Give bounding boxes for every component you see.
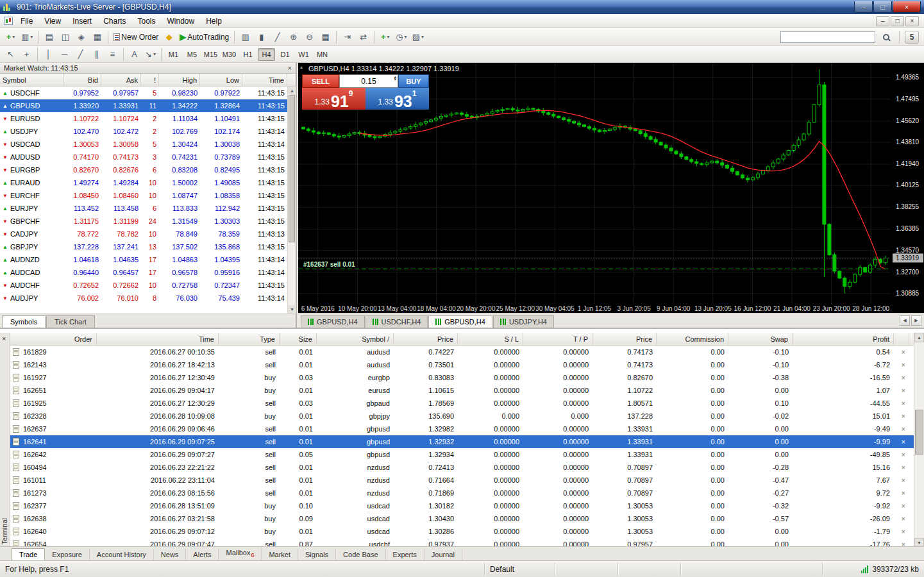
autotrading-button[interactable]: ▶AutoTrading [178,30,231,44]
orders-column-symbol[interactable]: Symbol/ [317,333,394,345]
market-watch-toggle-button[interactable]: ▤ [42,30,56,44]
scroll-up-icon[interactable]: ▲ [914,333,924,342]
close-order-icon[interactable]: × [902,477,905,484]
data-window-button[interactable]: ◫ [58,30,72,44]
line-chart-button[interactable]: ╱ [270,30,285,44]
timeframe-W1-button[interactable]: W1 [295,48,312,61]
market-watch-row-usdjpy[interactable]: ▲USDJPY 102.470 102.472 2 102.769 102.17… [0,125,296,138]
chart-tab-0[interactable]: GBPUSD,H4 [301,315,365,328]
orders-column-order[interactable]: Order [10,333,97,345]
fibonacci-button[interactable]: ≡ [105,47,120,62]
close-order-icon[interactable]: × [902,515,905,523]
orders-column-profit[interactable]: Profit [793,333,894,345]
terminal-tab-news[interactable]: News [154,549,187,560]
order-row-160494[interactable]: 1604942016.06.23 22:21:22sell0.01nzdusd0… [10,461,914,474]
terminal-tab-signals[interactable]: Signals [298,549,336,560]
collapse-icon[interactable]: ▴ [300,64,303,70]
mw-column-symbol[interactable]: Symbol [0,74,64,86]
crosshair-button[interactable]: + [19,47,34,62]
terminal-tab-journal[interactable]: Journal [424,549,462,560]
bar-chart-button[interactable]: ▥ [238,30,253,44]
templates-button[interactable]: ▨▾ [410,30,426,44]
terminal-close-icon[interactable]: × [2,335,6,342]
orders-column-swap[interactable]: Swap [728,333,793,345]
mw-column-low[interactable]: Low [200,74,242,86]
zoom-out-button[interactable]: ⊖ [302,30,317,44]
zoom-in-button[interactable]: ⊕ [286,30,301,44]
arrows-tool-button[interactable]: ↘▾ [143,47,158,62]
orders-column-price[interactable]: Price [394,333,458,345]
tabs-scroll-left-icon[interactable]: ◀ [900,315,910,326]
cursor-button[interactable]: ↖ [3,47,18,62]
terminal-tab-market[interactable]: Market [262,549,298,560]
close-order-icon[interactable]: × [902,387,905,394]
menu-help[interactable]: Help [200,15,228,28]
search-button[interactable] [878,30,893,44]
menu-tools[interactable]: Tools [132,15,162,28]
close-order-icon[interactable]: × [902,528,905,535]
title-bar[interactable]: 901: TrioMarkets-Live Server - [GBPUSD,H… [0,0,924,14]
mdi-minimize-button[interactable]: – [876,16,889,26]
timeframe-H4-button[interactable]: H4 [258,48,275,61]
text-tool-button[interactable]: A [127,47,142,62]
orders-column-type[interactable]: Type [219,333,280,345]
mw-tab-tick-chart[interactable]: Tick Chart [46,315,95,328]
market-watch-row-eurusd[interactable]: ▼EURUSD 1.10722 1.10724 2 1.11034 1.1049… [0,112,296,125]
mw-tab-symbols[interactable]: Symbols [2,315,46,328]
terminal-tab-experts[interactable]: Experts [386,549,424,560]
order-row-161829[interactable]: 1618292016.06.27 00:10:35sell0.01audusd0… [10,346,914,358]
menu-file[interactable]: File [15,15,38,28]
candlestick-chart-button[interactable]: ▮ [254,30,269,44]
market-watch-scrollbar[interactable]: ▲ ▼ [287,87,296,314]
close-order-icon[interactable]: × [902,503,905,510]
market-watch-row-cadjpy[interactable]: ▼CADJPY 78.772 78.782 10 78.849 78.359 1… [0,228,296,240]
close-order-icon[interactable]: × [902,464,905,471]
tabs-scroll-right-icon[interactable]: ▶ [911,315,921,326]
market-watch-titlebar[interactable]: Market Watch: 11:43:15 × [0,63,296,74]
buy-price-button[interactable]: 1.33931 [365,88,429,110]
menu-insert[interactable]: Insert [67,15,97,28]
terminal-tab-alerts[interactable]: Alerts [186,549,219,560]
periods-button[interactable]: ◷▾ [394,30,408,44]
market-watch-row-usdchf[interactable]: ▲USDCHF 0.97952 0.97957 5 0.98230 0.9792… [0,87,296,99]
order-row-162638[interactable]: 1626382016.06.27 03:21:58buy0.09usdcad1.… [10,512,914,525]
order-row-161927[interactable]: 1619272016.06.27 12:30:49buy0.03eurgbp0.… [10,371,914,384]
chart-tab-1[interactable]: USDCHF,H4 [365,315,428,328]
orders-column-time[interactable]: Time [97,333,219,345]
close-order-icon[interactable]: × [902,451,905,458]
order-row-162651[interactable]: 1626512016.06.29 09:04:17buy0.01eurusd1.… [10,384,914,397]
timeframe-M15-button[interactable]: M15 [202,48,219,61]
close-window-button[interactable]: × [893,1,921,13]
close-order-icon[interactable]: × [902,413,905,420]
profiles-button[interactable]: ▥▾ [19,30,35,44]
mw-column-high[interactable]: High [159,74,200,86]
mdi-close-button[interactable]: × [905,16,919,26]
market-watch-row-eurgbp[interactable]: ▼EURGBP 0.82670 0.82676 6 0.83208 0.8249… [0,163,296,176]
order-row-162328[interactable]: 1623282016.06.28 10:09:08buy0.01gbpjpy13… [10,410,914,422]
auto-scroll-button[interactable]: ⇥ [340,30,355,44]
order-row-162377[interactable]: 1623772016.06.28 13:51:09buy0.10usdcad1.… [10,499,914,512]
tile-windows-button[interactable]: ▦ [318,30,333,44]
scrollbar-thumb[interactable] [915,410,923,455]
close-order-icon[interactable]: × [902,490,905,497]
market-watch-row-usdcad[interactable]: ▼USDCAD 1.30053 1.30058 5 1.30424 1.3003… [0,138,296,151]
timeframe-D1-button[interactable]: D1 [276,48,294,61]
terminal-toggle-button[interactable]: ▦ [90,30,105,44]
scrollbar-thumb[interactable] [289,95,295,242]
orders-column-sl[interactable]: S / L [458,333,523,345]
mw-column-time[interactable]: Time [242,74,287,86]
order-row-161011[interactable]: 1610112016.06.22 23:11:04sell0.01nzdusd0… [10,474,914,487]
menu-charts[interactable]: Charts [97,15,131,28]
orders-column-size[interactable]: Size [280,333,317,345]
orders-column-price[interactable]: Price [592,333,657,345]
market-watch-row-gbpjpy[interactable]: ▲GBPJPY 137.228 137.241 13 137.502 135.8… [0,240,296,253]
terminal-tab-trade[interactable]: Trade [12,548,45,560]
search-input[interactable] [780,31,875,43]
close-order-icon[interactable]: × [902,400,905,407]
status-profile[interactable]: Default [485,563,555,576]
menu-view[interactable]: View [38,15,67,28]
notifications-button[interactable]: 5 [905,31,919,44]
menu-window[interactable]: Window [162,15,201,28]
buy-button[interactable]: BUY [398,74,429,88]
market-watch-close-icon[interactable]: × [288,65,292,72]
